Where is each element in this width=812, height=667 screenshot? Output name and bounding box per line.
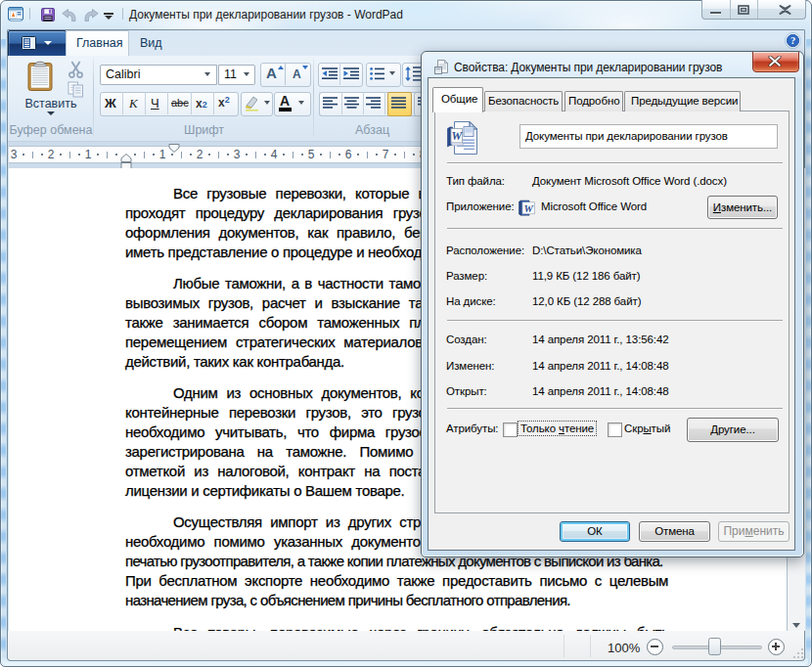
svg-text:?: ? xyxy=(790,35,795,46)
svg-text:W: W xyxy=(451,129,463,143)
svg-text:W: W xyxy=(524,203,534,214)
